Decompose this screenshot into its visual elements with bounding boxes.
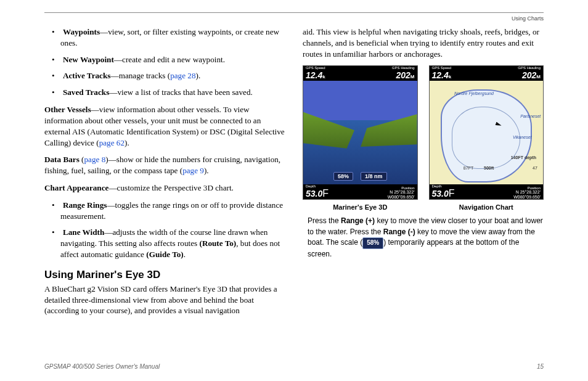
chart-depth-140: 140FT depth [511, 155, 536, 160]
figure-mariners-eye-3d: GPS Speed 12.4k GPS Heading 202M 58% [303, 65, 418, 211]
bullet-new-waypoint: New Waypoint—create and edit a new waypo… [44, 54, 285, 65]
screen-top-bar: GPS Speed 12.4k GPS Heading 202M [430, 66, 544, 81]
gps-heading-block: GPS Heading 202M [518, 66, 541, 81]
water-contour-2 [452, 107, 520, 169]
gps-heading-unit: M [410, 74, 415, 80]
scale-pct-badge: 58% [333, 172, 353, 181]
chart-label-parisneset: Parisneset [520, 114, 541, 118]
continuation-para: aid. This view is helpful when navigatin… [303, 27, 544, 59]
gps-speed-block: GPS Speed 12.4k [432, 66, 452, 81]
chart-label-nordre: Nordre Fjelbergsund [454, 91, 494, 96]
gps-heading-block: GPS Heading 202M [392, 66, 415, 81]
gps-speed-label: GPS Speed [432, 66, 452, 70]
term: Saved Tracks [63, 88, 109, 97]
bold2: (Guide To) [146, 250, 183, 259]
chart-appearance-para: Chart Appearance—customize the Perspecti… [44, 182, 285, 194]
screen-3d-view: 58% 1/8 nm [303, 81, 417, 184]
bullet-lane-width: Lane Width—adjusts the width of the cour… [44, 227, 285, 260]
depth-block: Depth 53.0F [306, 184, 329, 199]
gps-heading-value: 202 [396, 70, 410, 80]
bullet-saved-tracks: Saved Tracks—view a list of tracks that … [44, 87, 285, 98]
rest2: ). [125, 138, 129, 147]
header-section-label: Using Charts [44, 15, 544, 27]
terrain-left [303, 112, 354, 164]
range-badge: 1/8 nm [361, 172, 387, 181]
device-screen-3d: GPS Speed 12.4k GPS Heading 202M 58% [303, 65, 418, 200]
rest: —customize the Perspective 3D chart. [108, 183, 234, 192]
bullet-waypoints: Waypoints—view, sort, or filter existing… [44, 27, 285, 49]
bullet-active-tracks: Active Tracks—manage tracks (page 28). [44, 70, 285, 81]
rest: —manage tracks ( [110, 71, 170, 80]
scale-badge-inline: 58% [362, 237, 383, 249]
term: Range Rings [63, 200, 107, 210]
gps-speed-label: GPS Speed [306, 66, 325, 70]
caption-navigation-chart: Navigation Chart [459, 203, 513, 211]
page-link-62[interactable]: page 62 [99, 138, 125, 147]
rest: —view a list of tracks that have been sa… [109, 88, 253, 97]
gps-heading-label: GPS Heading [518, 66, 541, 70]
heading-para: A BlueChart g2 Vision SD card offers Mar… [44, 284, 285, 316]
depth-value: 53.0 [306, 189, 322, 199]
page-link-9[interactable]: page 9 [182, 166, 204, 175]
left-column: Waypoints—view, sort, or filter existing… [44, 27, 285, 316]
range-plus-key: Range (+) [341, 216, 375, 225]
page-footer: GPSMAP 400/500 Series Owner's Manual 15 [44, 363, 544, 370]
footer-manual-title: GPSMAP 400/500 Series Owner's Manual [44, 363, 160, 370]
depth-unit: F [449, 188, 455, 199]
gps-speed-value: 12.4 [432, 70, 449, 80]
right-column: aid. This view is helpful when navigatin… [303, 27, 544, 316]
gps-heading-unit: M [536, 74, 541, 80]
position-lon: W080°09.650' [388, 195, 415, 199]
footer-page-number: 15 [537, 363, 544, 370]
bullet-range-rings: Range Rings—toggles the range rings on o… [44, 200, 285, 222]
term: Active Tracks [63, 71, 111, 80]
gps-heading-value: 202 [522, 70, 536, 80]
position-block: Position N 25°28.322' W080°09.650' [388, 186, 415, 199]
rest3: . [184, 250, 186, 259]
range-minus-key: Range (-) [383, 227, 415, 236]
screen-chart-view: Nordre Fjelbergsund Parisneset Vikaneset… [430, 81, 544, 184]
screen-bottom-bar: Depth 53.0F Position N 25°28.322' W080°0… [303, 184, 417, 199]
page-link-28[interactable]: page 28 [170, 71, 195, 80]
depth-unit: F [322, 188, 329, 199]
bold1: (Route To) [200, 239, 237, 248]
gps-heading-label: GPS Heading [392, 66, 415, 70]
term: Lane Width [63, 227, 104, 237]
screen-bottom-bar: Depth 53.0F Position N 25°28.322' W080°0… [430, 184, 544, 199]
other-vessels-para: Other Vessels—view information about oth… [44, 104, 285, 148]
t1: Press the [308, 216, 341, 225]
chart-label-vikaneset: Vikaneset [513, 135, 532, 139]
gps-speed-unit: k [322, 74, 325, 80]
term: Other Vessels [44, 105, 91, 114]
bullet-list-1: Waypoints—view, sort, or filter existing… [44, 27, 285, 98]
bullet-list-2: Range Rings—toggles the range rings on o… [44, 200, 285, 260]
depth-value: 53.0 [432, 189, 449, 199]
figure-navigation-chart: GPS Speed 12.4k GPS Heading 202M Nordre … [429, 65, 544, 211]
rest: —create and edit a new waypoint. [114, 55, 225, 64]
depth-block: Depth 53.0F [432, 184, 455, 199]
gps-speed-unit: k [449, 74, 451, 80]
rest2: ). [196, 71, 201, 80]
screen-top-bar: GPS Speed 12.4k GPS Heading 202M [303, 66, 417, 81]
term: Chart Appearance [44, 183, 108, 192]
gps-speed-block: GPS Speed 12.4k [306, 66, 325, 81]
device-screen-chart: GPS Speed 12.4k GPS Heading 202M Nordre … [429, 65, 544, 200]
chart-scale: 500ft [484, 166, 494, 170]
position-lon: W080°09.650' [513, 195, 541, 199]
page-link-8[interactable]: page 8 [84, 155, 105, 164]
rest2: ). [204, 166, 209, 175]
range-note-para: Press the Range (+) key to move the view… [303, 216, 544, 260]
caption-mariners-eye-3d: Mariner's Eye 3D [333, 203, 387, 211]
terrain-right [354, 114, 417, 161]
position-lat: N 25°28.322' [390, 190, 414, 194]
data-bars-para: Data Bars (page 8)—show or hide the numb… [44, 154, 285, 176]
mid-badges: 58% 1/8 nm [303, 172, 417, 181]
term: Waypoints [63, 27, 100, 36]
heading-mariners-eye-3d: Using Mariner's Eye 3D [44, 269, 285, 281]
gps-speed-value: 12.4 [306, 70, 322, 80]
chart-depth-87: 87FT [463, 166, 473, 170]
chart-num-47: 47 [533, 166, 537, 170]
position-lat: N 25°28.322' [516, 190, 541, 194]
term: Data Bars [44, 155, 80, 164]
position-block: Position N 25°28.322' W080°09.650' [513, 186, 541, 199]
